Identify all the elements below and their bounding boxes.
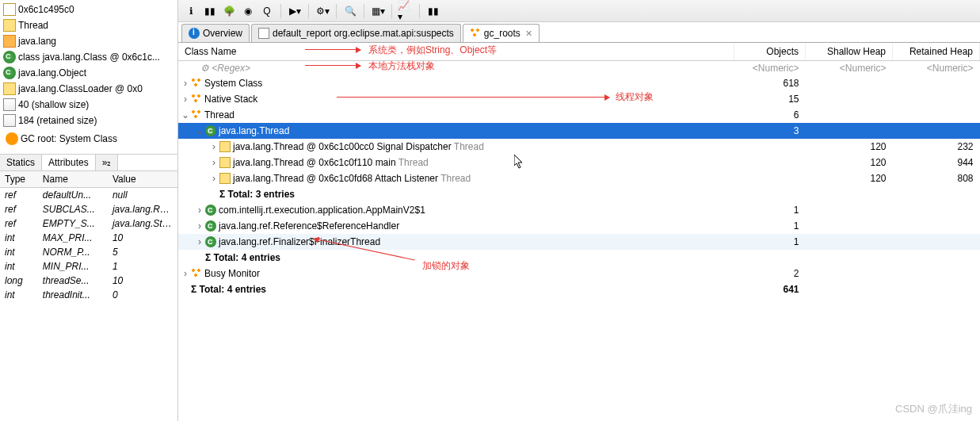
expand-icon[interactable]: ›	[196, 236, 204, 247]
tree-node[interactable]: java.lang.Object	[3, 65, 174, 81]
col-retained[interactable]: Retained Heap	[893, 43, 980, 61]
tree-node[interactable]: Thread	[3, 17, 174, 33]
row-label: Busy Monitor	[204, 268, 260, 279]
expand-icon[interactable]: ›	[181, 78, 189, 89]
col-value[interactable]: Value	[108, 171, 177, 188]
row-label: java.lang.ref.Finalizer$FinalizerThread	[219, 236, 380, 247]
tree-node[interactable]: java.lang	[3, 33, 174, 49]
editor-tab[interactable]: Overview	[181, 24, 250, 42]
table-row[interactable]: ⌄java.lang.Thread3	[178, 123, 980, 139]
tb-run-icon[interactable]: ▶▾	[287, 3, 303, 19]
expand-icon[interactable]: ⌄	[196, 125, 204, 136]
table-row[interactable]: ›Busy Monitor2	[178, 266, 980, 281]
close-icon[interactable]: ✕	[525, 29, 532, 39]
table-row[interactable]: Σ Total: 4 entries641	[178, 281, 980, 297]
tree-node[interactable]: class java.lang.Class @ 0x6c1c...	[3, 49, 174, 65]
col-classname[interactable]: Class Name	[178, 43, 734, 61]
attr-row[interactable]: refSUBCLAS...java.lang.Run...	[0, 202, 177, 216]
tree-label: Thread	[18, 20, 48, 31]
tree-node[interactable]: 40 (shallow size)	[3, 97, 174, 113]
tb-info-icon[interactable]: ℹ	[183, 3, 199, 19]
row-label: com.intellij.rt.execution.application.Ap…	[219, 205, 425, 216]
gc-icon	[191, 94, 202, 105]
tb-chart-icon[interactable]: 📈▾	[398, 3, 414, 19]
col-objects[interactable]: Objects	[734, 43, 806, 61]
expand-icon[interactable]: ›	[181, 94, 189, 105]
expand-icon[interactable]: ⌄	[181, 109, 189, 121]
addr-icon	[3, 3, 16, 16]
tab-overflow[interactable]: »₂	[96, 155, 119, 170]
gc-roots-table: Class Name Objects Shallow Heap Retained…	[178, 43, 980, 297]
tab-statics[interactable]: Statics	[0, 155, 42, 170]
tree-label: 0x6c1c495c0	[18, 4, 74, 15]
tree-label: GC root: System Class	[21, 133, 117, 144]
row-label: Native Stack	[204, 94, 257, 105]
class-icon	[3, 51, 16, 63]
expand-icon[interactable]: ›	[181, 268, 189, 279]
row-label: Σ Total: 4 entries	[191, 284, 266, 295]
table-row[interactable]: ›Native Stack15	[178, 91, 980, 107]
editor-tab[interactable]: gc_roots✕	[463, 24, 540, 42]
detail-tabs: Statics Attributes »₂	[0, 154, 177, 171]
col-name[interactable]: Name	[38, 171, 108, 188]
row-label: java.lang.ref.Reference$ReferenceHandler	[219, 220, 399, 232]
table-row[interactable]: Σ Total: 4 entries	[178, 250, 980, 266]
annotation-arrow	[305, 65, 360, 66]
attr-row[interactable]: longthreadSe...10	[0, 274, 177, 288]
table-row[interactable]: Σ Total: 3 entries	[178, 186, 980, 202]
expand-icon[interactable]: ›	[210, 141, 218, 152]
separator	[336, 4, 337, 18]
pkg-icon	[3, 35, 16, 48]
attr-row[interactable]: intthreadInit...0	[0, 288, 177, 302]
tab-attributes[interactable]: Attributes	[42, 155, 96, 170]
attr-row[interactable]: refEMPTY_S...java.lang.Stac...	[0, 216, 177, 231]
tb-dominator-icon[interactable]: ◉	[240, 3, 256, 19]
tab-label: gc_roots	[484, 28, 521, 39]
table-row[interactable]: ›java.lang.Thread @ 0x6c1c00cc0 Signal D…	[178, 139, 980, 155]
tab-label: default_report org.eclipse.mat.api:suspe…	[273, 28, 454, 39]
attr-row[interactable]: intMIN_PRI...1	[0, 259, 177, 274]
gc-icon	[191, 268, 202, 279]
tb-query-icon[interactable]: ⚙▾	[315, 3, 330, 19]
attr-row[interactable]: intNORM_P...5	[0, 245, 177, 259]
row-label: java.lang.Thread @ 0x6c1c0fd68 Attach Li…	[233, 173, 440, 184]
expand-icon[interactable]: ›	[210, 173, 218, 184]
tree-label: java.lang.Object	[18, 67, 86, 78]
class-icon	[205, 220, 216, 232]
tb-table-icon[interactable]: ▦▾	[370, 3, 386, 19]
tree-label: 184 (retained size)	[18, 115, 97, 126]
tb-oql-icon[interactable]: Q	[259, 3, 275, 19]
tb-compare-icon[interactable]: ▮▮	[425, 3, 441, 19]
tb-tree-icon[interactable]: 🌳	[221, 3, 237, 19]
table-row[interactable]: ⌄Thread6	[178, 107, 980, 123]
ruler-icon	[3, 98, 16, 111]
attr-row[interactable]: refdefaultUn...null	[0, 188, 177, 203]
col-shallow[interactable]: Shallow Heap	[806, 43, 893, 61]
expand-icon[interactable]: ›	[196, 205, 204, 216]
tree-node[interactable]: 0x6c1c495c0	[3, 2, 174, 17]
tb-search-icon[interactable]: 🔍	[342, 3, 358, 19]
ruler-icon	[3, 114, 16, 127]
table-row[interactable]: ›com.intellij.rt.execution.application.A…	[178, 202, 980, 218]
table-row[interactable]: ›System Class618	[178, 75, 980, 91]
expand-icon[interactable]: ›	[196, 220, 204, 232]
editor-tab[interactable]: default_report org.eclipse.mat.api:suspe…	[251, 24, 461, 42]
tree-node[interactable]: GC root: System Class	[3, 128, 174, 149]
class-icon	[205, 205, 216, 216]
table-row[interactable]: ›java.lang.Thread @ 0x6c1c0fd68 Attach L…	[178, 170, 980, 186]
tree-label: 40 (shallow size)	[18, 99, 89, 110]
separator	[308, 4, 309, 18]
separator	[364, 4, 364, 18]
tree-node[interactable]: 184 (retained size)	[3, 113, 174, 128]
col-type[interactable]: Type	[0, 171, 38, 188]
table-row[interactable]: ›java.lang.Thread @ 0x6c1c0f110 main Thr…	[178, 155, 980, 170]
table-row[interactable]: ›java.lang.ref.Reference$ReferenceHandle…	[178, 218, 980, 234]
tree-node[interactable]: java.lang.ClassLoader @ 0x0	[3, 81, 174, 97]
row-suffix: Thread	[454, 141, 484, 152]
table-row[interactable]: ›java.lang.ref.Finalizer$FinalizerThread…	[178, 234, 980, 250]
expand-icon[interactable]: ›	[210, 157, 218, 168]
attr-row[interactable]: intMAX_PRI...10	[0, 231, 177, 245]
row-suffix: Thread	[398, 157, 429, 168]
filter-row[interactable]: ⚙ <Regex> <Numeric> <Numeric> <Numeric>	[178, 61, 980, 76]
tb-histogram-icon[interactable]: ▮▮	[202, 3, 218, 19]
